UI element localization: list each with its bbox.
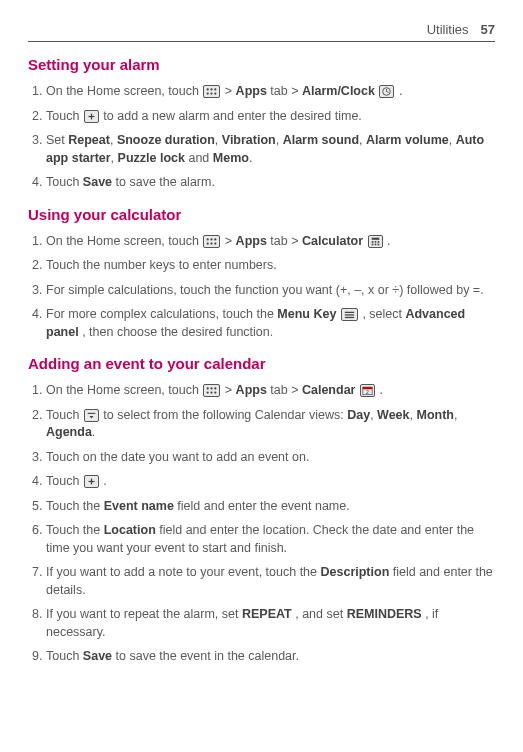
- text: .: [249, 151, 252, 165]
- apps-grid-icon: [203, 85, 220, 98]
- text: On the Home screen, touch: [46, 383, 202, 397]
- text: to select from the following Calendar vi…: [103, 408, 347, 422]
- text: and: [185, 151, 213, 165]
- list-item: Touch on the date you want to add an eve…: [46, 449, 495, 467]
- bold-alarm-sound: Alarm sound: [283, 133, 359, 147]
- text: to save the event in the calendar.: [116, 649, 299, 663]
- page: Utilities 57 Setting your alarm On the H…: [0, 0, 523, 666]
- calculator-icon: [368, 235, 383, 248]
- bold-location: Location: [104, 523, 156, 537]
- svg-rect-17: [371, 237, 379, 239]
- svg-point-16: [215, 242, 217, 244]
- list-item: Touch to add a new alarm and enter the d…: [46, 108, 495, 126]
- text: , and set: [295, 607, 346, 621]
- bold-puzzle-lock: Puzzle lock: [118, 151, 185, 165]
- bold-event-name: Event name: [104, 499, 174, 513]
- text: Touch: [46, 408, 83, 422]
- list-item: If you want to add a note to your event,…: [46, 564, 495, 599]
- text: ,: [454, 408, 457, 422]
- text: tab >: [270, 383, 302, 397]
- text: On the Home screen, touch: [46, 84, 202, 98]
- svg-rect-23: [377, 243, 379, 245]
- clock-icon: [379, 85, 394, 98]
- text: ,: [276, 133, 283, 147]
- svg-point-0: [207, 88, 209, 90]
- header-page-number: 57: [481, 22, 495, 37]
- svg-line-8: [387, 92, 389, 93]
- text: >: [225, 84, 236, 98]
- bold-agenda: Agenda: [46, 425, 92, 439]
- text: .: [92, 425, 95, 439]
- svg-point-14: [207, 242, 209, 244]
- svg-rect-20: [377, 241, 379, 243]
- bold-save: Save: [83, 175, 112, 189]
- heading-setting-your-alarm: Setting your alarm: [28, 56, 495, 73]
- bold-day: Day: [347, 408, 370, 422]
- text: .: [379, 383, 382, 397]
- bold-month: Month: [416, 408, 453, 422]
- text: Set: [46, 133, 68, 147]
- text: Touch: [46, 175, 83, 189]
- svg-point-13: [215, 238, 217, 240]
- list-item: Set Repeat, Snooze duration, Vibration, …: [46, 132, 495, 167]
- text: On the Home screen, touch: [46, 234, 202, 248]
- text: , select: [362, 307, 405, 321]
- text: If you want to add a note to your event,…: [46, 565, 321, 579]
- list-item: On the Home screen, touch > Apps tab > A…: [46, 83, 495, 101]
- list-item: Touch to select from the following Calen…: [46, 407, 495, 442]
- text: tab >: [270, 234, 302, 248]
- svg-text:2: 2: [366, 389, 369, 395]
- text: ,: [449, 133, 456, 147]
- bold-apps: Apps: [236, 84, 267, 98]
- text: , then choose the desired function.: [82, 325, 273, 339]
- list-item: Touch the number keys to enter numbers.: [46, 257, 495, 275]
- svg-point-5: [215, 93, 217, 95]
- svg-point-3: [207, 93, 209, 95]
- bold-calendar: Calendar: [302, 383, 356, 397]
- bold-calculator: Calculator: [302, 234, 363, 248]
- text: .: [103, 474, 106, 488]
- text: Touch: [46, 109, 83, 123]
- dropdown-icon: [84, 409, 99, 422]
- bold-memo: Memo: [213, 151, 249, 165]
- text: to save the alarm.: [116, 175, 215, 189]
- bold-alarm-volume: Alarm volume: [366, 133, 449, 147]
- svg-point-31: [211, 392, 213, 394]
- text: .: [399, 84, 402, 98]
- text: Touch the: [46, 523, 104, 537]
- svg-point-11: [207, 238, 209, 240]
- bold-repeat: Repeat: [68, 133, 110, 147]
- bold-save: Save: [83, 649, 112, 663]
- apps-grid-icon: [203, 384, 220, 397]
- list-item: On the Home screen, touch > Apps tab > C…: [46, 382, 495, 400]
- text: ,: [359, 133, 366, 147]
- list-item: Touch Save to save the alarm.: [46, 174, 495, 192]
- text: Touch the: [46, 499, 104, 513]
- calendar-icon: 2: [360, 384, 375, 397]
- text: ,: [110, 133, 117, 147]
- svg-marker-37: [89, 416, 93, 419]
- list-adding-an-event: On the Home screen, touch > Apps tab > C…: [28, 382, 495, 666]
- plus-icon: [84, 110, 99, 123]
- apps-grid-icon: [203, 235, 220, 248]
- bold-apps: Apps: [236, 234, 267, 248]
- bold-alarm-clock: Alarm/Clock: [302, 84, 375, 98]
- bold-reminders: REMINDERS: [347, 607, 422, 621]
- list-item: For simple calculations, touch the funct…: [46, 282, 495, 300]
- text: Touch: [46, 649, 83, 663]
- text: ,: [111, 151, 118, 165]
- svg-point-28: [211, 387, 213, 389]
- svg-point-29: [215, 387, 217, 389]
- list-item: Touch the Location field and enter the l…: [46, 522, 495, 557]
- text: to add a new alarm and enter the desired…: [103, 109, 361, 123]
- svg-point-2: [215, 88, 217, 90]
- header-section-title: Utilities: [427, 22, 469, 37]
- heading-adding-an-event: Adding an event to your calendar: [28, 355, 495, 372]
- text: .: [387, 234, 390, 248]
- bold-vibration: Vibration: [222, 133, 276, 147]
- list-item: On the Home screen, touch > Apps tab > C…: [46, 233, 495, 251]
- bold-menu-key: Menu Key: [277, 307, 336, 321]
- bold-repeat-caps: REPEAT: [242, 607, 292, 621]
- list-item: Touch Save to save the event in the cale…: [46, 648, 495, 666]
- heading-using-your-calculator: Using your calculator: [28, 206, 495, 223]
